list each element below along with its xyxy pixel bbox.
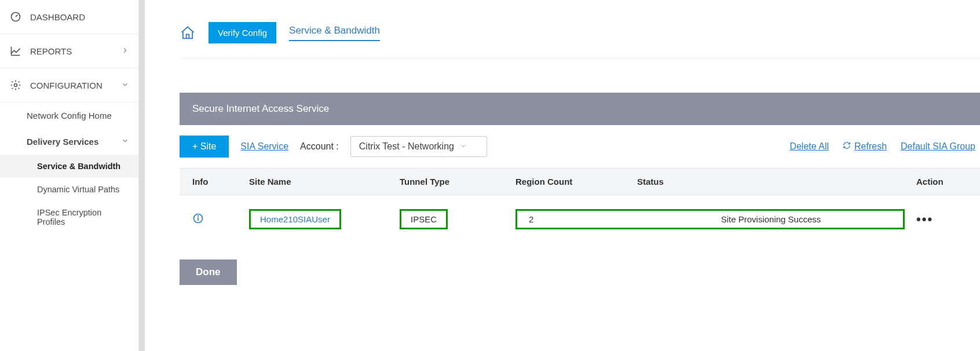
panel-title: Secure Internet Access Service	[180, 93, 980, 125]
account-select-value: Citrix Test - Networking	[359, 141, 454, 152]
th-region-count: Region Count	[510, 169, 631, 195]
verify-config-button[interactable]: Verify Config	[209, 22, 276, 43]
th-info: Info	[180, 169, 243, 195]
chevron-down-icon	[121, 81, 129, 90]
toolbar-right: Delete All Refresh Default SIA Group	[789, 141, 980, 152]
sidebar-label-ipsec-encryption-profiles: IPSec Encryption Profiles	[37, 208, 101, 226]
table-row: Home210SIAUser IPSEC 2 Site Provisioning…	[180, 195, 980, 244]
sidebar-label-reports: REPORTS	[30, 46, 72, 56]
refresh-link[interactable]: Refresh	[843, 141, 887, 152]
th-action: Action	[910, 169, 980, 195]
account-label: Account :	[300, 141, 339, 152]
main-content: Verify Config Service & Bandwidth Secure…	[145, 0, 980, 351]
breadcrumb: Verify Config Service & Bandwidth	[180, 22, 980, 59]
sidebar-label-service-bandwidth: Service & Bandwidth	[37, 162, 120, 171]
sidebar-item-network-config-home[interactable]: Network Config Home	[0, 103, 138, 129]
add-site-button[interactable]: + Site	[180, 136, 229, 158]
sidebar-item-delivery-services[interactable]: Delivery Services	[0, 129, 138, 155]
region-count-value: 2	[517, 214, 639, 224]
scrollbar[interactable]	[139, 0, 145, 351]
done-button[interactable]: Done	[180, 259, 237, 285]
svg-point-1	[14, 84, 17, 87]
site-name-link[interactable]: Home210SIAUser	[260, 214, 330, 224]
highlight-region-status: 2 Site Provisioning Success	[515, 209, 905, 229]
refresh-icon	[843, 141, 851, 152]
th-tunnel-type: Tunnel Type	[394, 169, 510, 195]
gear-icon	[9, 79, 22, 92]
breadcrumb-current: Service & Bandwidth	[289, 25, 380, 41]
sidebar-label-dashboard: DASHBOARD	[30, 12, 85, 22]
info-icon[interactable]	[192, 213, 204, 224]
sidebar-label-dynamic-virtual-paths: Dynamic Virtual Paths	[37, 185, 119, 194]
sidebar-item-service-bandwidth[interactable]: Service & Bandwidth	[0, 155, 138, 178]
refresh-label: Refresh	[854, 141, 887, 152]
sidebar: DASHBOARD REPORTS CONFIGURATION Network …	[0, 0, 139, 351]
table-header-row: Info Site Name Tunnel Type Region Count …	[180, 169, 980, 195]
sidebar-item-ipsec-encryption-profiles[interactable]: IPSec Encryption Profiles	[0, 201, 138, 233]
sidebar-label-configuration: CONFIGURATION	[30, 81, 103, 90]
row-actions-button[interactable]: •••	[916, 212, 933, 226]
chevron-down-icon	[460, 141, 467, 152]
delete-all-link[interactable]: Delete All	[789, 141, 829, 152]
sia-panel: Secure Internet Access Service + Site SI…	[180, 93, 980, 285]
highlight-site-name: Home210SIAUser	[249, 209, 341, 229]
status-value: Site Provisioning Success	[639, 214, 903, 224]
account-select[interactable]: Citrix Test - Networking	[350, 136, 487, 157]
home-icon[interactable]	[180, 25, 196, 41]
default-sia-group-link[interactable]: Default SIA Group	[901, 141, 975, 152]
chevron-right-icon	[121, 46, 129, 56]
chart-line-icon	[9, 45, 22, 57]
sidebar-label-delivery-services: Delivery Services	[27, 137, 98, 147]
sidebar-label-network-config-home: Network Config Home	[27, 111, 112, 120]
sites-table: Info Site Name Tunnel Type Region Count …	[180, 168, 980, 243]
highlight-tunnel-type: IPSEC	[400, 209, 448, 229]
tunnel-type-value: IPSEC	[411, 214, 437, 224]
sia-service-link[interactable]: SIA Service	[240, 141, 288, 152]
sidebar-item-dashboard[interactable]: DASHBOARD	[0, 0, 138, 34]
panel-toolbar: + Site SIA Service Account : Citrix Test…	[180, 125, 980, 168]
gauge-icon	[9, 10, 22, 23]
th-site-name: Site Name	[243, 169, 394, 195]
th-status: Status	[631, 169, 910, 195]
sidebar-item-reports[interactable]: REPORTS	[0, 34, 138, 68]
svg-point-4	[198, 215, 199, 216]
chevron-down-icon	[121, 137, 129, 147]
configuration-submenu: Network Config Home Delivery Services Se…	[0, 103, 138, 233]
sidebar-item-configuration[interactable]: CONFIGURATION	[0, 68, 138, 103]
sidebar-item-dynamic-virtual-paths[interactable]: Dynamic Virtual Paths	[0, 178, 138, 201]
